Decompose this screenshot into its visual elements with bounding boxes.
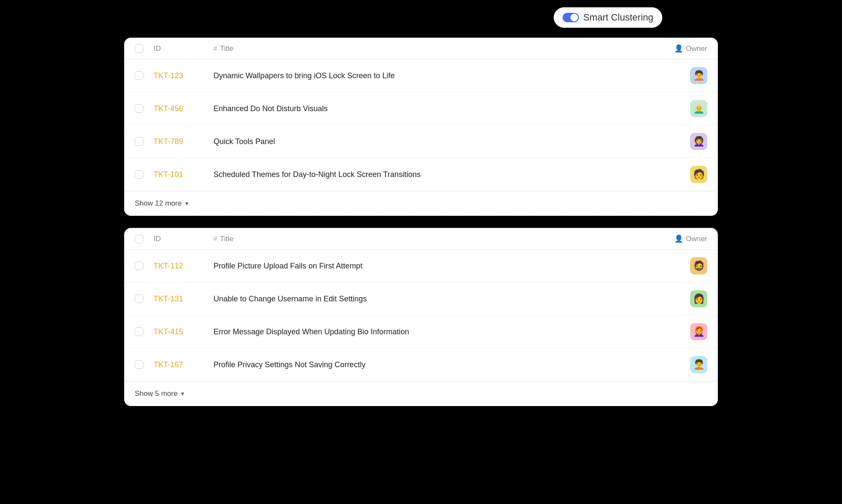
show-5-more-button[interactable]: Show 5 more ▾ [125, 381, 717, 406]
cluster-table-2: ID # Title 👤 Owner TKT-112 Profile Pictu… [124, 228, 718, 406]
row-checkbox[interactable] [135, 71, 143, 80]
avatar: 👩 [690, 290, 707, 307]
ticket-id: TKT-415 [154, 327, 213, 336]
row-checkbox[interactable] [135, 327, 143, 336]
show-12-more-button[interactable]: Show 12 more ▾ [125, 191, 717, 215]
col-owner-header-2: 👤 Owner [656, 234, 707, 243]
col-title-header-1: # Title [213, 44, 656, 53]
show-more-text: Show 5 more [135, 389, 178, 398]
table-header-1: ID # Title 👤 Owner [125, 38, 717, 59]
ticket-title: Dynamic Wallpapers to bring iOS Lock Scr… [213, 71, 656, 80]
row-checkbox[interactable] [135, 104, 143, 113]
col-owner-header-1: 👤 Owner [656, 44, 707, 53]
chevron-down-icon: ▾ [181, 390, 184, 398]
table-row: TKT-789 Quick Tools Panel 👩‍🦱 [125, 125, 717, 158]
person-icon-2: 👤 [674, 234, 683, 243]
ticket-title: Unable to Change Username in Edit Settin… [213, 295, 656, 304]
avatar: 🧑‍🦱 [690, 67, 707, 84]
table-row: TKT-456 Enhanced Do Not Disturb Visuals … [125, 92, 717, 125]
toggle-label: Smart Clustering [583, 12, 653, 23]
ticket-title: Profile Privacy Settings Not Saving Corr… [213, 360, 656, 369]
ticket-id: TKT-112 [154, 262, 213, 271]
ticket-title: Scheduled Themes for Day-to-Night Lock S… [213, 170, 656, 179]
ticket-title: Quick Tools Panel [213, 137, 656, 146]
chevron-down-icon: ▾ [185, 200, 189, 207]
ticket-id: TKT-456 [154, 104, 213, 113]
owner-label-2: Owner [686, 235, 707, 243]
avatar: 👩‍🦱 [690, 133, 707, 150]
owner-label-1: Owner [686, 44, 707, 53]
table-row: TKT-131 Unable to Change Username in Edi… [125, 283, 717, 315]
avatar: 🧑 [690, 166, 707, 183]
row-checkbox[interactable] [135, 295, 143, 303]
ticket-title: Profile Picture Upload Fails on First At… [213, 262, 656, 271]
table-header-2: ID # Title 👤 Owner [125, 228, 717, 250]
id-label-1: ID [154, 44, 161, 53]
avatar: 🧑‍🦱 [690, 356, 707, 373]
hash-icon-1: # [213, 45, 217, 53]
hash-icon-2: # [213, 235, 217, 243]
col-id-header-1: ID [154, 44, 213, 53]
ticket-id: TKT-167 [154, 360, 213, 369]
avatar: 👩‍🦰 [690, 323, 707, 340]
table-row: TKT-167 Profile Privacy Settings Not Sav… [125, 348, 717, 381]
row-checkbox[interactable] [135, 170, 143, 179]
col-id-header-2: ID [154, 235, 213, 243]
ticket-title: Enhanced Do Not Disturb Visuals [213, 104, 656, 113]
header-checkbox-1[interactable] [135, 44, 143, 53]
title-label-2: Title [220, 235, 234, 243]
table-row: TKT-101 Scheduled Themes for Day-to-Nigh… [125, 158, 717, 191]
ticket-id: TKT-101 [154, 170, 213, 179]
main-content: ID # Title 👤 Owner TKT-123 Dynamic Wallp… [124, 38, 718, 406]
col-title-header-2: # Title [213, 235, 656, 243]
table-row: TKT-123 Dynamic Wallpapers to bring iOS … [125, 59, 717, 92]
table-row: TKT-415 Error Message Displayed When Upd… [125, 315, 717, 348]
id-label-2: ID [154, 235, 161, 243]
smart-clustering-toggle[interactable]: Smart Clustering [554, 7, 662, 28]
title-label-1: Title [220, 44, 234, 53]
avatar: 🧔 [690, 257, 707, 274]
avatar: 👨‍🦳 [690, 100, 707, 117]
row-checkbox[interactable] [135, 137, 143, 146]
header-checkbox-2[interactable] [135, 235, 143, 243]
ticket-id: TKT-123 [154, 71, 213, 80]
row-checkbox[interactable] [135, 262, 143, 270]
row-checkbox[interactable] [135, 360, 143, 369]
ticket-title: Error Message Displayed When Updating Bi… [213, 327, 656, 336]
ticket-id: TKT-789 [154, 137, 213, 146]
toggle-switch[interactable] [563, 13, 579, 22]
person-icon-1: 👤 [674, 44, 683, 53]
ticket-id: TKT-131 [154, 295, 213, 304]
cluster-table-1: ID # Title 👤 Owner TKT-123 Dynamic Wallp… [124, 38, 718, 216]
show-more-text: Show 12 more [135, 199, 182, 208]
table-row: TKT-112 Profile Picture Upload Fails on … [125, 250, 717, 283]
